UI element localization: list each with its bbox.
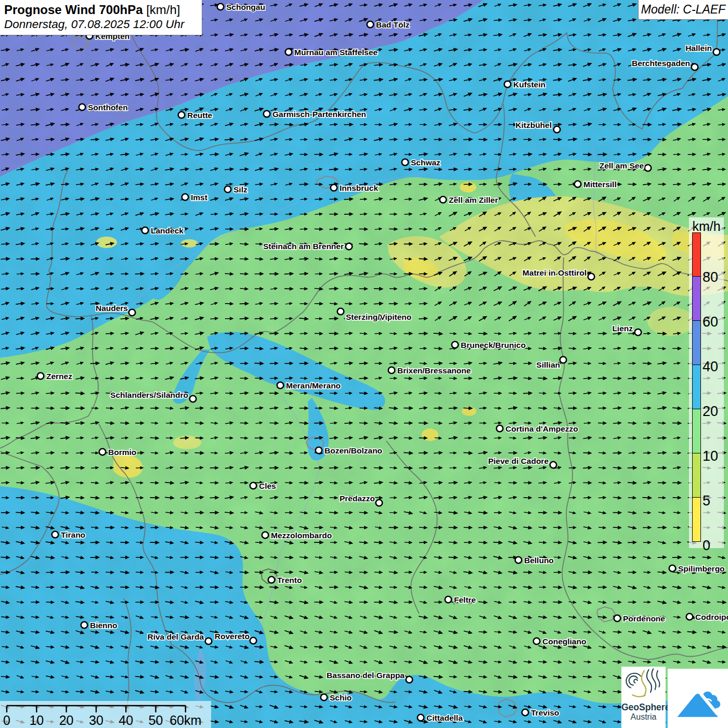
- weather-map-page: SchongauBad TölzKemptenMurnau am Staffel…: [0, 0, 728, 728]
- legend-color-segment: [692, 276, 701, 321]
- city-marker: [250, 483, 257, 489]
- city-label: Zell am Ziller: [449, 196, 498, 204]
- title-unit: [km/h]: [143, 3, 180, 17]
- geosphere-country: Austria: [621, 712, 666, 722]
- city-label: Conegliano: [542, 637, 586, 646]
- city-marker: [713, 49, 720, 56]
- city-label: Feltre: [454, 595, 476, 604]
- city-marker: [205, 638, 212, 645]
- city-marker: [285, 49, 292, 56]
- scalebar-tick-label: 40: [119, 713, 133, 727]
- city-label: Innsbruck: [340, 184, 378, 192]
- scalebar-tick-label: 50: [149, 713, 163, 727]
- city-label: Murnau am Staffelsee: [294, 48, 378, 57]
- legend-color-segment: [692, 453, 701, 498]
- city-label: Schlanders/Silandro: [110, 391, 188, 399]
- city-label: Berchtesgaden: [632, 59, 690, 68]
- city-label: Codroipo: [695, 613, 728, 621]
- city-marker: [669, 565, 676, 572]
- scalebar-tick-label: 0: [3, 713, 10, 727]
- legend-tick-label: 0: [703, 538, 725, 553]
- city-label: Imst: [191, 193, 207, 202]
- city-marker: [37, 373, 44, 380]
- city-marker: [515, 557, 522, 564]
- city-marker: [142, 227, 149, 234]
- city-marker: [99, 449, 106, 456]
- geosphere-logo-box: GeoSphere Austria: [621, 667, 666, 728]
- legend-tick-label: 80: [703, 269, 725, 285]
- scalebar-ruler: 0102030405060km: [0, 701, 211, 728]
- title-box: Prognose Wind 700hPa [km/h] Donnerstag, …: [0, 0, 202, 35]
- city-marker: [452, 342, 459, 348]
- city-marker: [225, 186, 231, 193]
- city-marker: [614, 615, 621, 622]
- city-marker: [268, 577, 275, 583]
- scalebar-tick-label: 60km: [170, 713, 201, 727]
- city-label: Sterzing/Vipiteno: [346, 313, 411, 321]
- city-label: Steinach am Brenner: [263, 242, 344, 251]
- city-label: Reutte: [187, 111, 213, 120]
- city-marker: [686, 614, 693, 620]
- city-marker: [554, 126, 561, 133]
- city-marker: [560, 357, 567, 363]
- legend-colorbar: [692, 233, 701, 542]
- city-label: Trento: [277, 576, 302, 584]
- city-label: Cortina d'Ampezzo: [505, 424, 578, 433]
- legend-tick-label: 20: [703, 404, 725, 419]
- distance-scalebar: 0102030405060km: [0, 701, 211, 728]
- city-marker: [534, 638, 540, 645]
- city-label: Riva del Garda: [147, 632, 204, 641]
- geosphere-name: GeoSphere: [621, 703, 666, 712]
- city-label: Landeck: [151, 226, 184, 235]
- city-label: Mezzolombardo: [271, 531, 332, 540]
- city-label: Garmisch-Partenkirchen: [272, 110, 366, 119]
- legend-tick-label: 60: [703, 314, 725, 330]
- legend-unit-label: km/h: [689, 219, 724, 234]
- legend-tick-label: 5: [703, 493, 725, 509]
- city-label: Hallein: [685, 44, 712, 53]
- city-label: Bienno: [90, 621, 118, 630]
- city-marker: [418, 714, 424, 721]
- city-label: Cittadella: [426, 713, 463, 722]
- city-marker: [178, 112, 185, 119]
- city-marker: [440, 197, 447, 203]
- city-label: Bormio: [108, 448, 136, 457]
- city-marker: [190, 396, 197, 402]
- legend-color-segment: [692, 232, 701, 277]
- model-label: Modell: C-LAEF: [639, 0, 728, 19]
- city-label: Kitzbühel: [515, 121, 552, 129]
- legend-color-segment: [692, 320, 701, 365]
- city-label: Predazzo: [340, 494, 375, 503]
- city-marker: [406, 677, 413, 683]
- city-label: Pordenone: [623, 614, 665, 623]
- legend-tick-label: 10: [703, 448, 725, 464]
- city-marker: [645, 165, 652, 172]
- city-label: Belluno: [524, 556, 554, 565]
- city-label: Bruneck/Brunico: [461, 341, 526, 349]
- city-label: Sillian: [536, 360, 560, 369]
- city-marker: [331, 185, 337, 191]
- mountain-cloud-icon: [673, 674, 722, 723]
- city-marker: [504, 81, 511, 88]
- city-label: Zernez: [46, 372, 72, 381]
- legend-color-segment: [692, 365, 701, 409]
- scalebar-tick-label: 10: [29, 713, 44, 727]
- city-marker: [337, 308, 344, 315]
- city-label: Cles: [259, 482, 276, 490]
- city-label: Sonthofen: [88, 103, 128, 112]
- city-label: Brixen/Bressanone: [397, 366, 471, 375]
- city-marker: [262, 532, 269, 539]
- city-label: Pieve di Cadore: [488, 457, 549, 465]
- legend-color-segment: [692, 409, 701, 453]
- wind-speed-legend: km/h 806040201050: [689, 217, 724, 548]
- city-label: Schio: [330, 693, 352, 702]
- city-marker: [522, 709, 529, 716]
- scalebar-tick-label: 20: [59, 713, 74, 727]
- city-label: Zell am See: [600, 161, 644, 170]
- city-label: Tirano: [61, 530, 85, 539]
- city-marker: [277, 382, 284, 389]
- city-marker: [388, 367, 395, 374]
- city-label: Bassano del Grappa: [327, 671, 405, 680]
- city-label: Bad Tölz: [376, 20, 410, 29]
- city-label: Treviso: [531, 708, 559, 717]
